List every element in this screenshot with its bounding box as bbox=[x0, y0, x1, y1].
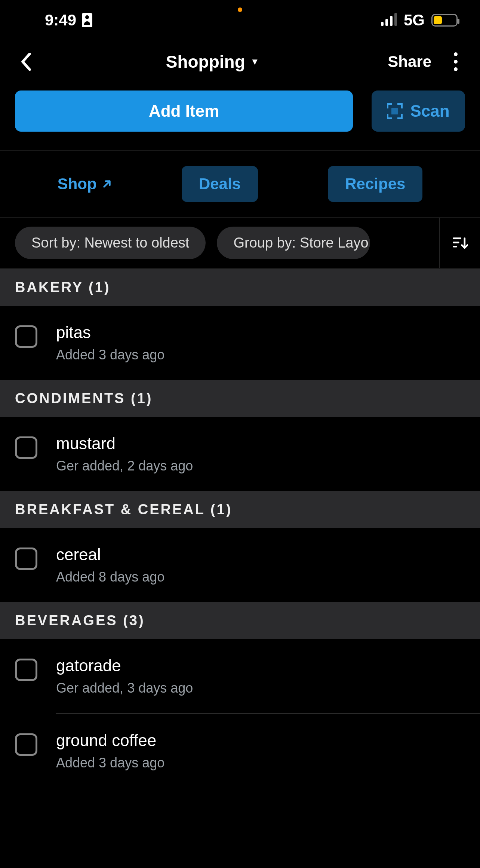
recording-indicator-dot bbox=[238, 7, 242, 12]
item-checkbox[interactable] bbox=[15, 436, 37, 459]
item-content: ground coffeeAdded 3 days ago bbox=[56, 731, 465, 771]
scan-button[interactable]: Scan bbox=[372, 91, 465, 132]
status-bar: 9:49 5G bbox=[0, 0, 480, 37]
item-name: mustard bbox=[56, 434, 465, 453]
shop-label: Shop bbox=[58, 175, 97, 193]
item-meta: Ger added, 2 days ago bbox=[56, 458, 465, 474]
item-name: cereal bbox=[56, 545, 465, 564]
item-content: cerealAdded 8 days ago bbox=[56, 545, 465, 585]
battery-icon bbox=[431, 14, 458, 27]
scan-icon bbox=[387, 103, 403, 119]
app-header: Shopping ▼ Share bbox=[0, 37, 480, 91]
item-name: pitas bbox=[56, 323, 465, 342]
list-item[interactable]: cerealAdded 8 days ago bbox=[0, 528, 480, 602]
network-label: 5G bbox=[404, 11, 425, 29]
scan-label: Scan bbox=[410, 102, 449, 120]
share-button[interactable]: Share bbox=[388, 53, 431, 71]
filter-row: Sort by: Newest to oldest Group by: Stor… bbox=[0, 217, 480, 269]
item-name: ground coffee bbox=[56, 731, 465, 750]
deals-button[interactable]: Deals bbox=[182, 166, 258, 202]
list-selector[interactable]: Shopping ▼ bbox=[37, 52, 388, 72]
group-chip[interactable]: Group by: Store Layo bbox=[217, 227, 370, 259]
back-button[interactable] bbox=[15, 53, 37, 71]
item-meta: Added 3 days ago bbox=[56, 755, 465, 771]
section-header: CONDIMENTS (1) bbox=[0, 380, 480, 417]
id-card-icon bbox=[82, 13, 92, 27]
item-checkbox[interactable] bbox=[15, 733, 37, 756]
recipes-button[interactable]: Recipes bbox=[328, 166, 422, 202]
item-content: mustardGer added, 2 days ago bbox=[56, 434, 465, 474]
shop-link[interactable]: Shop bbox=[58, 175, 112, 193]
sort-icon bbox=[452, 235, 468, 251]
section-header: BREAKFAST & CEREAL (1) bbox=[0, 491, 480, 528]
item-checkbox[interactable] bbox=[15, 548, 37, 570]
item-content: pitasAdded 3 days ago bbox=[56, 323, 465, 363]
list-item[interactable]: gatoradeGer added, 3 days ago bbox=[0, 639, 480, 713]
item-meta: Added 8 days ago bbox=[56, 569, 465, 585]
sort-chip[interactable]: Sort by: Newest to oldest bbox=[15, 227, 206, 259]
page-title: Shopping bbox=[166, 52, 245, 72]
list-item[interactable]: mustardGer added, 2 days ago bbox=[0, 417, 480, 491]
add-item-button[interactable]: Add Item bbox=[15, 91, 353, 132]
more-menu-button[interactable] bbox=[446, 52, 465, 71]
list-item[interactable]: pitasAdded 3 days ago bbox=[0, 306, 480, 380]
item-name: gatorade bbox=[56, 656, 465, 675]
status-time: 9:49 bbox=[45, 11, 76, 29]
external-link-icon bbox=[102, 179, 112, 189]
item-checkbox[interactable] bbox=[15, 659, 37, 681]
signal-icon bbox=[381, 15, 397, 26]
nav-tabs: Shop Deals Recipes bbox=[0, 151, 480, 217]
item-meta: Added 3 days ago bbox=[56, 347, 465, 363]
item-checkbox[interactable] bbox=[15, 325, 37, 348]
item-meta: Ger added, 3 days ago bbox=[56, 680, 465, 696]
caret-down-icon: ▼ bbox=[250, 56, 259, 67]
chevron-left-icon bbox=[21, 53, 31, 71]
list-item[interactable]: ground coffeeAdded 3 days ago bbox=[0, 714, 480, 788]
section-header: BEVERAGES (3) bbox=[0, 602, 480, 639]
section-header: BAKERY (1) bbox=[0, 269, 480, 306]
action-row: Add Item Scan bbox=[0, 91, 480, 150]
sort-order-button[interactable] bbox=[439, 218, 480, 268]
shopping-list: BAKERY (1)pitasAdded 3 days agoCONDIMENT… bbox=[0, 269, 480, 788]
item-content: gatoradeGer added, 3 days ago bbox=[56, 656, 465, 696]
